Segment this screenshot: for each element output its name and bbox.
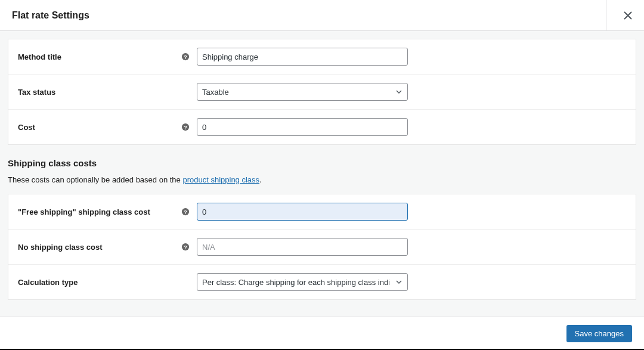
help-icon[interactable]: ? [181, 207, 190, 216]
label-text: Method title [18, 52, 61, 61]
label-cost: Cost ? [18, 123, 197, 132]
row-cost: Cost ? [8, 110, 636, 144]
label-text: Cost [18, 123, 35, 132]
row-tax-status: Tax status Taxable [8, 75, 636, 110]
label-method-title: Method title ? [18, 52, 197, 61]
label-text: No shipping class cost [18, 243, 103, 252]
help-icon[interactable]: ? [181, 52, 190, 61]
svg-text:?: ? [184, 54, 187, 60]
desc-prefix: These costs can optionally be added base… [8, 175, 182, 184]
close-button[interactable] [606, 0, 637, 31]
label-tax-status: Tax status [18, 88, 197, 97]
label-text: "Free shipping" shipping class cost [18, 207, 150, 216]
section-description: These costs can optionally be added base… [8, 175, 636, 184]
label-text: Calculation type [18, 278, 78, 287]
tax-status-select[interactable]: Taxable [197, 83, 408, 101]
no-shipping-cost-input[interactable] [197, 238, 408, 256]
svg-text:?: ? [184, 244, 187, 250]
modal-footer: Save changes [0, 317, 644, 350]
modal-content: Method title ? Tax status Taxable [0, 31, 644, 317]
help-icon[interactable]: ? [181, 243, 190, 251]
label-text: Tax status [18, 88, 55, 97]
svg-text:?: ? [184, 209, 187, 215]
label-no-shipping-cost: No shipping class cost ? [18, 243, 197, 252]
product-shipping-class-link[interactable]: product shipping class [182, 175, 259, 184]
modal-title: Flat rate Settings [12, 10, 89, 21]
row-calculation-type: Calculation type Per class: Charge shipp… [8, 265, 636, 299]
close-icon [624, 11, 632, 20]
row-free-shipping-cost: "Free shipping" shipping class cost ? [8, 194, 636, 230]
cost-input[interactable] [197, 118, 408, 136]
desc-suffix: . [259, 175, 262, 184]
settings-table-shipping-class: "Free shipping" shipping class cost ? No… [8, 194, 636, 300]
method-title-input[interactable] [197, 48, 408, 66]
section-title-shipping-class-costs: Shipping class costs [8, 158, 636, 168]
help-icon[interactable]: ? [181, 123, 190, 131]
label-free-shipping-cost: "Free shipping" shipping class cost ? [18, 207, 197, 216]
label-calculation-type: Calculation type [18, 278, 197, 287]
svg-text:?: ? [184, 124, 187, 131]
modal-header: Flat rate Settings [0, 0, 644, 31]
free-shipping-cost-input[interactable] [197, 203, 408, 221]
save-changes-button[interactable]: Save changes [566, 325, 632, 342]
settings-table-main: Method title ? Tax status Taxable [8, 39, 636, 145]
calculation-type-select[interactable]: Per class: Charge shipping for each ship… [197, 273, 408, 291]
row-no-shipping-cost: No shipping class cost ? [8, 230, 636, 265]
row-method-title: Method title ? [8, 39, 636, 75]
